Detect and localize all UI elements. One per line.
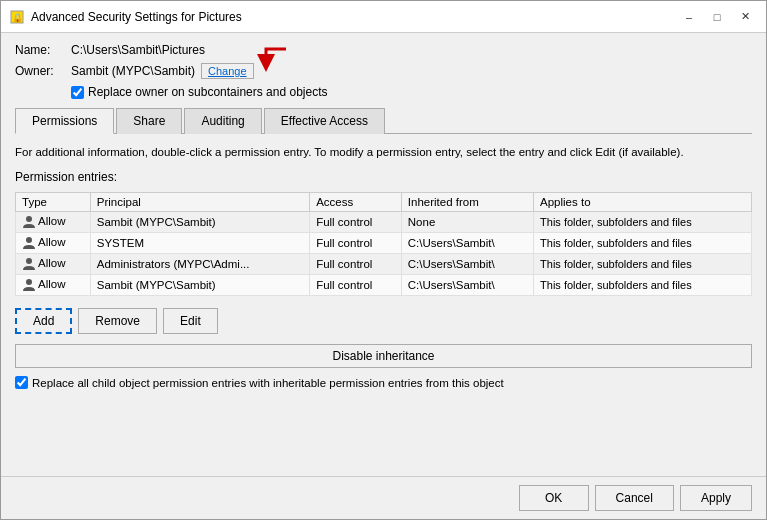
replace-owner-checkbox[interactable] <box>71 86 84 99</box>
cell-type: Allow <box>16 254 91 275</box>
cell-type: Allow <box>16 233 91 254</box>
cell-access: Full control <box>310 254 402 275</box>
col-applies: Applies to <box>534 193 752 212</box>
cancel-button[interactable]: Cancel <box>595 485 674 511</box>
change-wrapper: Change <box>201 63 254 79</box>
name-label: Name: <box>15 43 65 57</box>
window-controls: – □ ✕ <box>676 7 758 27</box>
edit-button[interactable]: Edit <box>163 308 218 334</box>
table-row[interactable]: Allow SYSTEM Full control C:\Users\Sambi… <box>16 233 752 254</box>
cell-principal: Administrators (MYPC\Admi... <box>90 254 309 275</box>
owner-row: Owner: Sambit (MYPC\Sambit) Change <box>15 63 752 79</box>
tab-effective-access[interactable]: Effective Access <box>264 108 385 134</box>
remove-button[interactable]: Remove <box>78 308 157 334</box>
title-bar: 🔒 Advanced Security Settings for Picture… <box>1 1 766 33</box>
cell-applies: This folder, subfolders and files <box>534 233 752 254</box>
window-icon: 🔒 <box>9 9 25 25</box>
svg-point-6 <box>26 279 32 285</box>
table-row[interactable]: Allow Sambit (MYPC\Sambit) Full control … <box>16 275 752 296</box>
cell-access: Full control <box>310 212 402 233</box>
minimize-button[interactable]: – <box>676 7 702 27</box>
cell-type: Allow <box>16 275 91 296</box>
replace-child-checkbox[interactable] <box>15 376 28 389</box>
window-content: Name: C:\Users\Sambit\Pictures Owner: Sa… <box>1 33 766 476</box>
table-row[interactable]: Allow Sambit (MYPC\Sambit) Full control … <box>16 212 752 233</box>
permission-entries-label: Permission entries: <box>15 170 752 184</box>
cell-inherited: C:\Users\Sambit\ <box>401 275 533 296</box>
cell-principal: SYSTEM <box>90 233 309 254</box>
apply-button[interactable]: Apply <box>680 485 752 511</box>
svg-point-5 <box>26 258 32 264</box>
cell-principal: Sambit (MYPC\Sambit) <box>90 212 309 233</box>
name-value: C:\Users\Sambit\Pictures <box>71 43 205 57</box>
change-button[interactable]: Change <box>201 63 254 79</box>
col-inherited: Inherited from <box>401 193 533 212</box>
disable-inheritance-button[interactable]: Disable inheritance <box>15 344 752 368</box>
table-row[interactable]: Allow Administrators (MYPC\Admi... Full … <box>16 254 752 275</box>
ok-button[interactable]: OK <box>519 485 589 511</box>
maximize-button[interactable]: □ <box>704 7 730 27</box>
cell-applies: This folder, subfolders and files <box>534 254 752 275</box>
footer: OK Cancel Apply <box>1 476 766 519</box>
cell-inherited: C:\Users\Sambit\ <box>401 254 533 275</box>
col-type: Type <box>16 193 91 212</box>
replace-child-label: Replace all child object permission entr… <box>32 377 504 389</box>
replace-owner-row: Replace owner on subcontainers and objec… <box>71 85 752 99</box>
svg-point-4 <box>26 237 32 243</box>
cell-type: Allow <box>16 212 91 233</box>
permissions-table: Type Principal Access Inherited from App… <box>15 192 752 296</box>
cell-access: Full control <box>310 233 402 254</box>
red-arrow-icon <box>256 47 292 75</box>
window-title: Advanced Security Settings for Pictures <box>31 10 676 24</box>
description-text: For additional information, double-click… <box>15 144 752 160</box>
cell-inherited: None <box>401 212 533 233</box>
svg-text:🔒: 🔒 <box>12 12 24 24</box>
name-row: Name: C:\Users\Sambit\Pictures <box>15 43 752 57</box>
bottom-checkbox-row: Replace all child object permission entr… <box>15 376 752 389</box>
tab-share[interactable]: Share <box>116 108 182 134</box>
tabs-container: Permissions Share Auditing Effective Acc… <box>15 107 752 134</box>
owner-label: Owner: <box>15 64 65 78</box>
cell-applies: This folder, subfolders and files <box>534 275 752 296</box>
tab-auditing[interactable]: Auditing <box>184 108 261 134</box>
owner-value: Sambit (MYPC\Sambit) <box>71 64 195 78</box>
cell-principal: Sambit (MYPC\Sambit) <box>90 275 309 296</box>
close-button[interactable]: ✕ <box>732 7 758 27</box>
replace-owner-label: Replace owner on subcontainers and objec… <box>88 85 327 99</box>
cell-inherited: C:\Users\Sambit\ <box>401 233 533 254</box>
add-button[interactable]: Add <box>15 308 72 334</box>
action-buttons-row: Add Remove Edit <box>15 308 752 334</box>
svg-point-3 <box>26 216 32 222</box>
cell-access: Full control <box>310 275 402 296</box>
tab-permissions[interactable]: Permissions <box>15 108 114 134</box>
cell-applies: This folder, subfolders and files <box>534 212 752 233</box>
main-window: 🔒 Advanced Security Settings for Picture… <box>0 0 767 520</box>
col-access: Access <box>310 193 402 212</box>
col-principal: Principal <box>90 193 309 212</box>
